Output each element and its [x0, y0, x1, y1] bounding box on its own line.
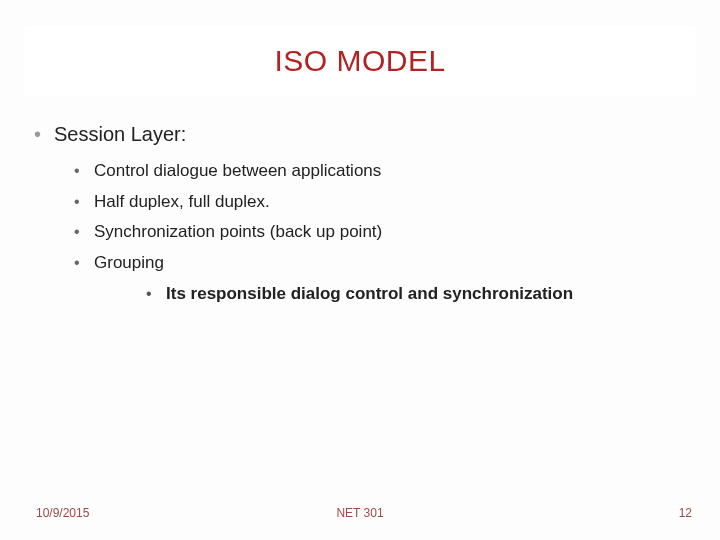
bullet-list-level-3: Its responsible dialog control and synch…: [94, 282, 690, 307]
list-item-text: Synchronization points (back up point): [94, 222, 382, 241]
list-item: Synchronization points (back up point): [72, 220, 690, 245]
slide-title: ISO MODEL: [274, 44, 445, 78]
list-item: Its responsible dialog control and synch…: [144, 282, 690, 307]
footer-page-number: 12: [679, 506, 692, 520]
slide-footer: 10/9/2015 NET 301 12: [0, 506, 720, 524]
list-item: Session Layer: Control dialogue between …: [30, 120, 690, 306]
list-item: Grouping Its responsible dialog control …: [72, 251, 690, 306]
list-item-text: Its responsible dialog control and synch…: [166, 284, 573, 303]
footer-course: NET 301: [336, 506, 383, 520]
title-band: ISO MODEL: [24, 26, 696, 96]
list-item-text: Session Layer:: [54, 123, 186, 145]
list-item-text: Grouping: [94, 253, 164, 272]
bullet-list-level-1: Session Layer: Control dialogue between …: [30, 120, 690, 306]
list-item-text: Control dialogue between applications: [94, 161, 381, 180]
slide-content: Session Layer: Control dialogue between …: [30, 120, 690, 316]
bullet-list-level-2: Control dialogue between applications Ha…: [54, 159, 690, 306]
footer-date: 10/9/2015: [36, 506, 89, 520]
slide: ISO MODEL Session Layer: Control dialogu…: [0, 0, 720, 540]
list-item: Half duplex, full duplex.: [72, 190, 690, 215]
list-item: Control dialogue between applications: [72, 159, 690, 184]
list-item-text: Half duplex, full duplex.: [94, 192, 270, 211]
